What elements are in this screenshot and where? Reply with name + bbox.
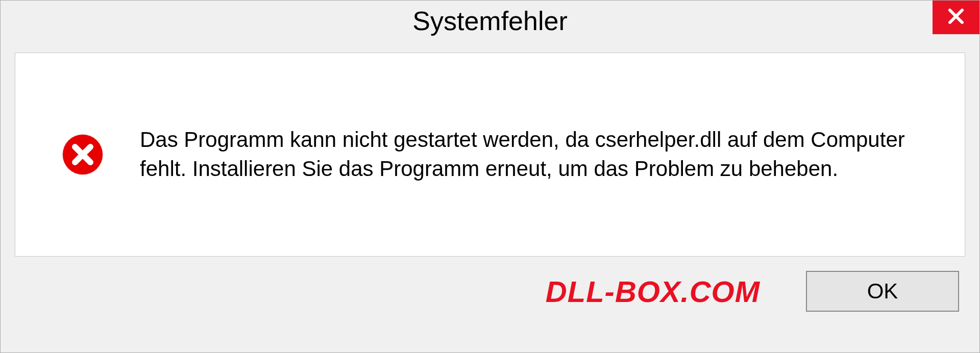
ok-button[interactable]: OK: [806, 271, 959, 312]
titlebar: Systemfehler: [1, 1, 979, 41]
close-button[interactable]: [933, 1, 979, 34]
dialog-footer: DLL-BOX.COM OK: [1, 257, 979, 326]
content-panel: Das Programm kann nicht gestartet werden…: [15, 53, 965, 257]
ok-button-label: OK: [867, 279, 898, 304]
error-icon: [61, 133, 104, 176]
close-icon: [947, 7, 965, 28]
dialog-title: Systemfehler: [412, 6, 567, 36]
error-dialog: Systemfehler Das Programm kann nicht ges…: [0, 0, 980, 353]
error-message: Das Programm kann nicht gestartet werden…: [140, 125, 929, 183]
watermark-text: DLL-BOX.COM: [546, 274, 760, 309]
